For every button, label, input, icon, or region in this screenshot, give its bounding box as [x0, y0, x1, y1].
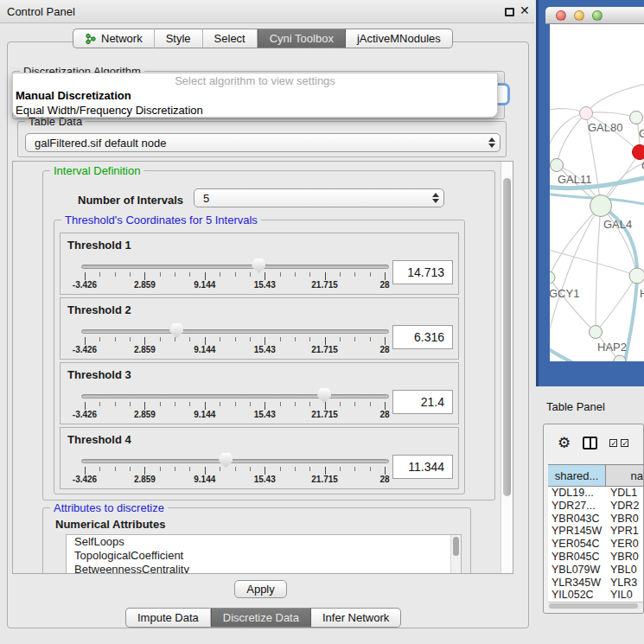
slider-thumb[interactable]	[252, 258, 265, 273]
table-horizontal-scrollbar[interactable]	[548, 602, 644, 609]
table-row[interactable]: YDL19...YDL1	[548, 487, 644, 500]
tab-impute-data[interactable]: Impute Data	[125, 608, 211, 628]
threshold-4-label: Threshold 4	[67, 433, 131, 446]
threshold-3-value-field[interactable]: 21.4	[392, 390, 453, 414]
node-red-selected[interactable]	[633, 145, 644, 160]
scrollbar-thumb[interactable]	[549, 603, 638, 609]
threshold-2-label: Threshold 2	[67, 303, 131, 316]
dropdown-prompt-item[interactable]: Select algorithm to view settings	[13, 73, 497, 88]
column-header-name[interactable]: na	[606, 465, 644, 486]
table-row[interactable]: YLR345WYLR3	[548, 577, 644, 590]
thresholds-group-title: Threshold's Coordinates for 5 Intervals	[61, 214, 261, 226]
node-h[interactable]	[629, 268, 644, 284]
tab-cyni-toolbox-label: Cyni Toolbox	[270, 32, 334, 45]
gear-icon[interactable]: ⚙	[558, 436, 571, 450]
slider-thumb[interactable]	[317, 388, 331, 403]
close-window-icon[interactable]	[556, 10, 566, 21]
slider-thumb[interactable]	[169, 323, 183, 338]
node-gal80[interactable]	[580, 107, 593, 120]
slider-track[interactable]	[81, 459, 389, 463]
node-gal4[interactable]	[590, 195, 612, 217]
slider-track[interactable]	[81, 394, 389, 399]
column-header-shared-name[interactable]: shared...	[548, 465, 606, 486]
table-row[interactable]: YPR145WYPR1	[548, 525, 644, 538]
slider-thumb[interactable]	[219, 453, 233, 468]
network-canvas[interactable]: GAL80 GA GAL11 C GAL4 GCY1 H HAP2	[550, 24, 644, 361]
network-window-titlebar[interactable]	[545, 7, 644, 24]
table-row[interactable]: YBR045CYBR0	[548, 551, 644, 564]
node-top-right[interactable]	[630, 112, 643, 124]
minimize-window-icon[interactable]	[574, 10, 584, 21]
threshold-3-label: Threshold 3	[67, 368, 131, 381]
tab-infer-network[interactable]: Infer Network	[311, 608, 401, 628]
tab-jactivemnodules[interactable]: jActiveMNodules	[346, 29, 453, 48]
attributes-list-scrollbar[interactable]	[450, 535, 461, 573]
dropdown-option-equal-width-frequency[interactable]: Equal Width/Frequency Discretization	[13, 103, 497, 118]
combobox-stepper-icon	[428, 193, 443, 203]
interval-definition-group-title: Interval Definition	[50, 164, 143, 177]
threshold-2-value-field[interactable]: 6.316	[392, 325, 453, 349]
node-hap2[interactable]	[590, 326, 603, 339]
slider-track[interactable]	[81, 265, 389, 269]
slider-tick-labels: -3.426 2.859 9.144 15.43 21.715 28	[85, 280, 385, 290]
table-row[interactable]: YDR27...YDR2	[548, 500, 644, 513]
float-panel-icon[interactable]	[505, 8, 514, 16]
close-panel-icon[interactable]: ✕	[520, 3, 530, 17]
threshold-2-slider[interactable]: -3.426 2.859 9.144 15.43 21.715 28	[81, 322, 389, 357]
tab-jactivemnodules-label: jActiveMNodules	[357, 32, 441, 45]
table-body: YDL19...YDL1 YDR27...YDR2 YBR043CYBR0 YP…	[548, 487, 644, 602]
threshold-1-slider[interactable]: -3.426 2.859 9.144 15.43 21.715 28	[81, 258, 389, 292]
threshold-3-slider[interactable]: -3.426 2.859 9.144 15.43 21.715 28	[81, 387, 389, 422]
list-item-betweennesscentrality[interactable]: BetweennessCentrality	[67, 563, 461, 574]
list-item-topologicalcoefficient[interactable]: TopologicalCoefficient	[67, 549, 461, 563]
select-all-checkbox-icon[interactable]: ✓	[609, 439, 617, 447]
tab-select[interactable]: Select	[203, 29, 258, 48]
threshold-4-slider[interactable]: -3.426 2.859 9.144 15.43 21.715 28	[81, 452, 389, 487]
node-gal11[interactable]	[551, 159, 564, 172]
table-data-combobox[interactable]: galFiltered.sif default node	[25, 133, 501, 152]
tab-discretize-data[interactable]: Discretize Data	[211, 608, 311, 628]
dropdown-option-manual-discretization[interactable]: Manual Discretization	[13, 88, 497, 103]
threshold-4-value-field[interactable]: 11.344	[392, 455, 453, 479]
thresholds-group: Threshold's Coordinates for 5 Intervals …	[54, 220, 465, 494]
attributes-to-discretize-group: Attributes to discretize Numerical Attri…	[42, 507, 471, 574]
number-of-intervals-combobox[interactable]: 5	[194, 188, 444, 207]
interval-definition-group: Interval Definition Number of Intervals …	[42, 170, 495, 501]
table-row[interactable]: YBL079WYBL0	[548, 564, 644, 577]
table-row[interactable]: YBR043CYBR0	[548, 513, 644, 526]
tab-cyni-toolbox[interactable]: Cyni Toolbox	[258, 29, 346, 48]
control-panel-tabbar: Network Style Select Cyni Toolbox jActiv…	[73, 29, 453, 48]
number-of-intervals-value: 5	[194, 192, 428, 205]
deselect-all-checkbox-icon[interactable]: ✓	[621, 439, 628, 447]
number-of-intervals-label: Number of Intervals	[78, 194, 183, 207]
scrollbar-thumb[interactable]	[503, 178, 511, 496]
node-gcy1[interactable]	[550, 271, 555, 284]
slider-track[interactable]	[81, 329, 389, 334]
columns-icon[interactable]	[583, 437, 597, 450]
tab-select-label: Select	[214, 32, 245, 45]
algorithm-dropdown-popup: Select algorithm to view settings Manual…	[12, 73, 498, 118]
threshold-1-label: Threshold 1	[67, 239, 131, 252]
apply-button[interactable]: Apply	[234, 580, 287, 598]
settings-panel-scrollbar[interactable]	[501, 162, 513, 573]
numerical-attributes-list[interactable]: SelfLoops TopologicalCoefficient Between…	[66, 534, 462, 574]
table-data-group: Table Data galFiltered.sif default node	[17, 121, 507, 157]
tab-style[interactable]: Style	[155, 29, 203, 48]
tab-impute-data-label: Impute Data	[137, 611, 199, 624]
tab-network[interactable]: Network	[73, 29, 155, 48]
table-panel-toolbar: ⚙ ✓ ✓	[544, 424, 643, 461]
table-row[interactable]: YER054CYER0	[548, 538, 644, 551]
tab-discretize-data-label: Discretize Data	[223, 611, 299, 624]
threshold-4-row: Threshold 4 -3.426 2.859 9.144 15.43 21.…	[60, 427, 459, 489]
table-data-combobox-value: galFiltered.sif default node	[26, 137, 484, 150]
combobox-stepper-icon	[484, 137, 500, 148]
zoom-window-icon[interactable]	[592, 10, 603, 21]
list-item-selfloops[interactable]: SelfLoops	[67, 535, 461, 549]
threshold-1-row: Threshold 1 -3.426 2.859 9.144 15.43 21.…	[60, 233, 459, 295]
table-row[interactable]: YIL052CYIL0	[548, 589, 644, 602]
tab-infer-network-label: Infer Network	[322, 611, 389, 624]
network-view-window[interactable]: GAL80 GA GAL11 C GAL4 GCY1 H HAP2	[536, 0, 644, 386]
table-panel-title: Table Panel	[546, 400, 605, 413]
tab-network-label: Network	[101, 32, 143, 45]
threshold-1-value-field[interactable]: 14.713	[392, 260, 453, 284]
